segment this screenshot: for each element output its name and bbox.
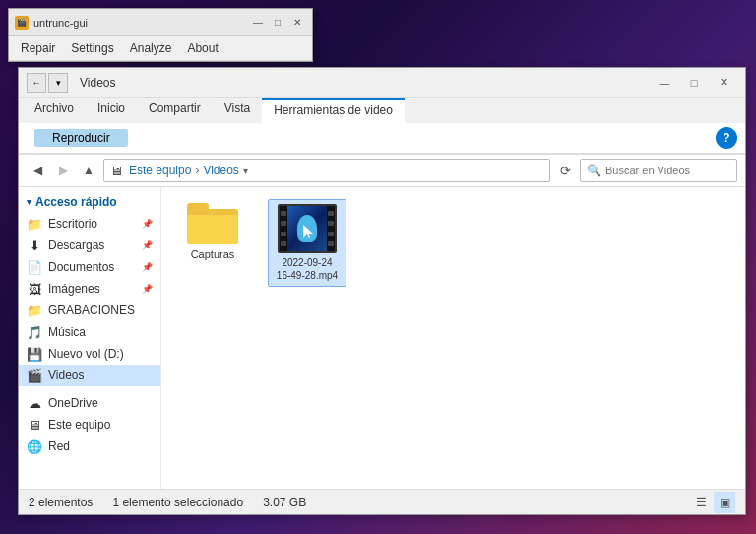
folder-front	[187, 215, 238, 244]
app-title-left: 🎬 untrunc-gui	[15, 16, 88, 30]
sidebar-label-este-equipo: Este equipo	[48, 418, 110, 432]
tab-vista[interactable]: Vista	[213, 98, 262, 123]
sidebar-item-escritorio[interactable]: 📁 Escritorio 📌	[19, 213, 160, 234]
explorer-titlebar: ← ▾ Videos — □ ✕	[19, 68, 745, 98]
documentos-pin-icon: 📌	[142, 262, 153, 272]
onedrive-icon: ☁	[27, 395, 42, 411]
videos-icon: 🎬	[27, 367, 42, 383]
nav-forward-button[interactable]: ▶	[52, 160, 74, 181]
address-path[interactable]: 🖥 Este equipo › Videos ▾	[103, 159, 550, 182]
app-title-text: untrunc-gui	[33, 17, 88, 29]
sidebar-label-escritorio: Escritorio	[48, 217, 97, 231]
sidebar-label-imagenes: Imágenes	[48, 282, 100, 296]
film-hole-6	[328, 221, 334, 226]
path-este-equipo[interactable]: Este equipo	[129, 164, 191, 177]
app-titlebar: 🎬 untrunc-gui — □ ✕	[9, 9, 312, 36]
video-thumbnail	[278, 204, 337, 253]
film-hole-2	[281, 221, 286, 226]
escritorio-pin-icon: 📌	[142, 219, 153, 229]
list-view-button[interactable]: ☰	[690, 492, 712, 513]
path-separator-1: ›	[195, 164, 199, 177]
sidebar-item-onedrive[interactable]: ☁ OneDrive	[19, 392, 160, 414]
explorer-window-controls: — □ ✕	[651, 72, 737, 94]
imagenes-pin-icon: 📌	[142, 284, 153, 294]
musica-icon: 🎵	[27, 324, 42, 340]
film-hole-8	[328, 241, 334, 246]
nuevovol-icon: 💾	[27, 346, 42, 362]
qat-dropdown-button[interactable]: ▾	[48, 73, 68, 93]
explorer-window: ← ▾ Videos — □ ✕ Archivo Inicio Comparti…	[18, 67, 746, 515]
sidebar-label-descargas: Descargas	[48, 238, 104, 252]
address-refresh-button[interactable]: ⟳	[554, 160, 576, 181]
app-close-button[interactable]: ✕	[288, 14, 306, 32]
explorer-maximize-button[interactable]: □	[680, 72, 708, 94]
ribbon-reproducir-button[interactable]: Reproducir	[34, 129, 128, 147]
sidebar: ▾ Acceso rápido 📁 Escritorio 📌 ⬇ Descarg…	[19, 187, 161, 489]
sidebar-label-red: Red	[48, 439, 70, 453]
sidebar-item-descargas[interactable]: ⬇ Descargas 📌	[19, 234, 160, 256]
tab-inicio[interactable]: Inicio	[86, 98, 137, 123]
file-item-capturas[interactable]: Capturas	[173, 199, 252, 265]
film-hole-7	[328, 232, 334, 236]
sidebar-item-imagenes[interactable]: 🖼 Imágenes 📌	[19, 278, 160, 300]
este-equipo-icon: 🖥	[27, 417, 42, 433]
path-videos[interactable]: Videos	[203, 164, 238, 177]
tab-compartir[interactable]: Compartir	[137, 98, 213, 123]
sidebar-item-videos[interactable]: 🎬 Videos	[19, 365, 160, 386]
sidebar-label-documentos: Documentos	[48, 260, 114, 274]
sidebar-item-red[interactable]: 🌐 Red	[19, 435, 160, 457]
descargas-pin-icon: 📌	[142, 240, 153, 250]
sidebar-item-documentos[interactable]: 📄 Documentos 📌	[19, 256, 160, 278]
ribbon-content: Reproducir ?	[19, 123, 745, 154]
app-icon: 🎬	[15, 16, 29, 30]
status-bar: 2 elementos 1 elemento seleccionado 3.07…	[19, 489, 745, 514]
app-menubar: Repair Settings Analyze About	[9, 36, 312, 61]
ribbon-help-button[interactable]: ?	[716, 127, 737, 149]
film-strip-right	[327, 206, 335, 251]
film-hole-5	[328, 211, 334, 216]
tab-herramientas-video[interactable]: Herramientas de video	[262, 98, 405, 123]
explorer-minimize-button[interactable]: —	[651, 72, 678, 94]
status-selected-info: 1 elemento seleccionado	[112, 496, 243, 509]
explorer-title-text: Videos	[80, 76, 115, 90]
detail-view-button[interactable]: ▣	[714, 492, 735, 513]
app-window-controls: — □ ✕	[249, 14, 306, 32]
nav-back-button[interactable]: ◀	[27, 160, 48, 181]
film-strip-left	[280, 206, 287, 251]
quick-access-toolbar: ← ▾	[27, 73, 68, 93]
sidebar-quick-access-header[interactable]: ▾ Acceso rápido	[19, 191, 160, 213]
file-area: Capturas	[161, 187, 745, 489]
imagenes-icon: 🖼	[27, 281, 42, 297]
menu-repair[interactable]: Repair	[13, 38, 63, 58]
explorer-close-button[interactable]: ✕	[710, 72, 737, 94]
tab-archivo[interactable]: Archivo	[23, 98, 86, 123]
sidebar-item-grabaciones[interactable]: 📁 GRABACIONES	[19, 300, 160, 321]
menu-about[interactable]: About	[179, 38, 225, 58]
sidebar-item-nuevovol[interactable]: 💾 Nuevo vol (D:)	[19, 343, 160, 365]
folder-icon-capturas	[187, 203, 238, 244]
sidebar-label-videos: Videos	[48, 368, 84, 382]
nav-up-button[interactable]: ▲	[78, 160, 99, 181]
computer-icon: 🖥	[110, 164, 123, 178]
path-chevron[interactable]: ▾	[243, 166, 248, 176]
search-box[interactable]: 🔍	[580, 159, 737, 182]
app-maximize-button[interactable]: □	[269, 14, 286, 32]
sidebar-label-onedrive: OneDrive	[48, 396, 98, 410]
search-icon: 🔍	[587, 164, 601, 177]
sidebar-label-grabaciones: GRABACIONES	[48, 303, 135, 317]
app-minimize-button[interactable]: —	[249, 14, 267, 32]
search-input[interactable]	[605, 165, 733, 176]
ribbon-tabs: Archivo Inicio Compartir Vista Herramien…	[19, 98, 745, 123]
file-item-video[interactable]: 2022-09-24 16-49-28.mp4	[268, 199, 346, 287]
sidebar-item-este-equipo[interactable]: 🖥 Este equipo	[19, 414, 160, 435]
quick-access-chevron: ▾	[27, 197, 32, 207]
sidebar-item-musica[interactable]: 🎵 Música	[19, 321, 160, 343]
menu-settings[interactable]: Settings	[63, 38, 121, 58]
quick-access-label: Acceso rápido	[35, 195, 117, 209]
menu-analyze[interactable]: Analyze	[122, 38, 180, 58]
file-label-capturas: Capturas	[191, 247, 235, 261]
qat-back-button[interactable]: ←	[27, 73, 46, 93]
film-hole-4	[281, 241, 286, 246]
status-file-size: 3.07 GB	[263, 496, 306, 509]
video-content	[287, 206, 327, 251]
